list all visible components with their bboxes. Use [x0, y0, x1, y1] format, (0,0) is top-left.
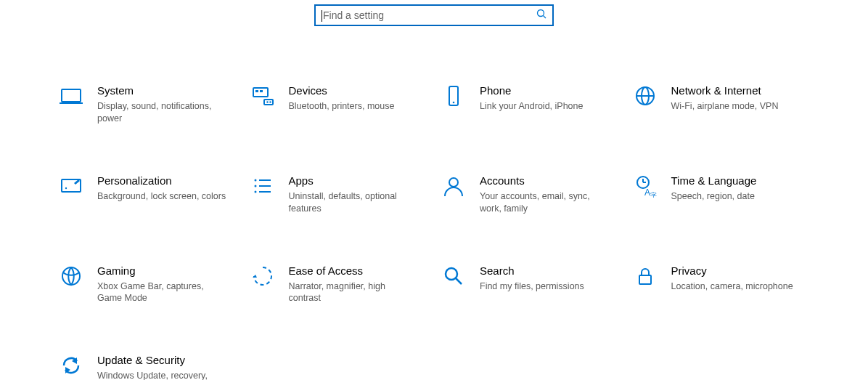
category-network[interactable]: Network & Internet Wi-Fi, airplane mode,… — [634, 84, 811, 125]
category-title: Search — [480, 264, 584, 278]
category-phone[interactable]: Phone Link your Android, iPhone — [442, 84, 619, 125]
category-title: Update & Security — [97, 354, 228, 367]
category-desc: Bluetooth, printers, mouse — [289, 100, 395, 113]
category-desc: Wi-Fi, airplane mode, VPN — [671, 100, 779, 113]
category-accounts[interactable]: Accounts Your accounts, email, sync, wor… — [442, 174, 619, 215]
category-ease-of-access[interactable]: Ease of Access Narrator, magnifier, high… — [251, 264, 428, 305]
category-time-language[interactable]: Time & Language Speech, region, date — [634, 174, 811, 215]
system-icon — [60, 84, 86, 110]
category-desc: Uninstall, defaults, optional features — [289, 190, 419, 215]
time-language-icon — [634, 174, 660, 201]
category-title: Privacy — [671, 264, 793, 278]
category-desc: Link your Android, iPhone — [480, 100, 583, 113]
lock-icon — [634, 264, 660, 291]
category-personalization[interactable]: Personalization Background, lock screen,… — [60, 174, 237, 215]
category-title: Ease of Access — [289, 264, 419, 278]
category-privacy[interactable]: Privacy Location, camera, microphone — [634, 264, 811, 305]
category-desc: Xbox Game Bar, captures, Game Mode — [97, 280, 228, 305]
category-apps[interactable]: Apps Uninstall, defaults, optional featu… — [251, 174, 428, 215]
accounts-icon — [442, 174, 468, 201]
category-desc: Your accounts, email, sync, work, family — [480, 190, 610, 215]
category-title: Network & Internet — [671, 84, 779, 97]
category-desc: Speech, region, date — [671, 190, 757, 203]
category-title: Devices — [289, 84, 395, 97]
category-desc: Windows Update, recovery, backup — [97, 370, 228, 380]
search-box[interactable] — [314, 4, 554, 26]
category-desc: Display, sound, notifications, power — [97, 100, 228, 125]
search-icon — [536, 9, 546, 22]
devices-icon — [251, 84, 277, 110]
update-icon — [60, 354, 86, 380]
category-title: Phone — [480, 84, 583, 97]
globe-icon — [634, 84, 660, 110]
apps-icon — [251, 174, 277, 201]
category-search[interactable]: Search Find my files, permissions — [442, 264, 619, 305]
category-gaming[interactable]: Gaming Xbox Game Bar, captures, Game Mod… — [60, 264, 237, 305]
gaming-icon — [60, 264, 86, 291]
category-desc: Find my files, permissions — [480, 280, 584, 293]
settings-categories-grid: System Display, sound, notifications, po… — [0, 84, 868, 380]
phone-icon — [442, 84, 468, 110]
search-input[interactable] — [322, 9, 536, 22]
category-title: Apps — [289, 174, 419, 187]
category-devices[interactable]: Devices Bluetooth, printers, mouse — [251, 84, 428, 125]
category-desc: Location, camera, microphone — [671, 280, 793, 293]
category-title: Personalization — [97, 174, 226, 187]
category-title: Time & Language — [671, 174, 757, 187]
category-title: Accounts — [480, 174, 610, 187]
ease-of-access-icon — [251, 264, 277, 291]
category-title: System — [97, 84, 228, 97]
category-title: Gaming — [97, 264, 228, 278]
category-update-security[interactable]: Update & Security Windows Update, recove… — [60, 354, 237, 380]
category-desc: Background, lock screen, colors — [97, 190, 226, 203]
personalization-icon — [60, 174, 86, 201]
magnifier-icon — [442, 264, 468, 291]
category-system[interactable]: System Display, sound, notifications, po… — [60, 84, 237, 125]
category-desc: Narrator, magnifier, high contrast — [289, 280, 419, 305]
